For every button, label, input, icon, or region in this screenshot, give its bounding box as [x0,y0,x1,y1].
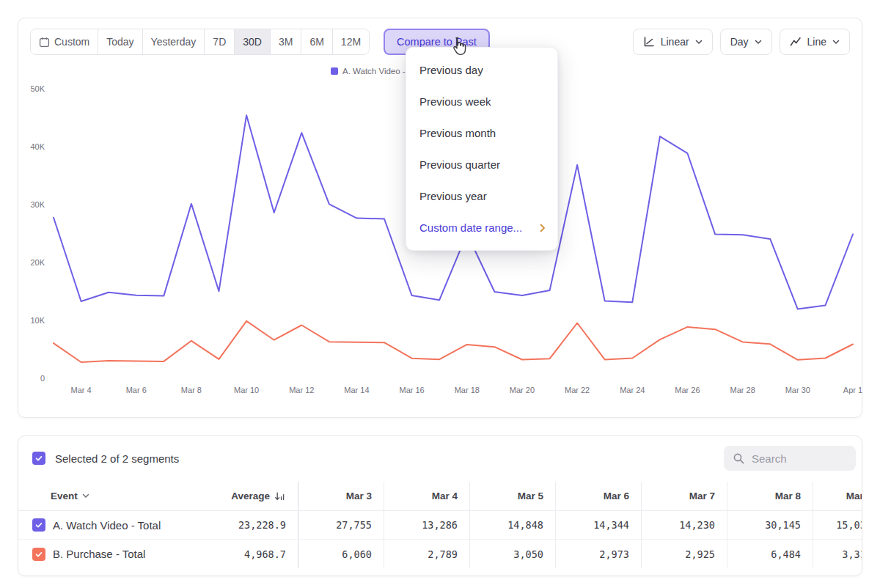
date-header-label: Mar 9 [846,490,862,501]
date-header-label: Mar 5 [518,490,543,501]
date-header-label: Mar 4 [432,490,458,501]
menu-item-previous-day[interactable]: Previous day [406,54,557,86]
average-column-header[interactable]: Average [210,482,298,510]
average-value: 4,968.7 [210,540,298,568]
cell-value: 2,925 [642,540,727,568]
interval-dropdown-label: Day [730,36,749,48]
average-value: 23,228.9 [210,511,298,539]
range-button-custom[interactable]: Custom [31,29,98,54]
menu-item-previous-week[interactable]: Previous week [406,86,557,117]
segments-header: Selected 2 of 2 segments Search [18,436,862,476]
compare-to-past-menu: Previous dayPrevious weekPrevious monthP… [406,47,558,251]
range-button-label: Today [106,36,133,48]
range-button-label: Custom [54,36,89,48]
x-axis-label: Mar 24 [620,386,645,394]
x-axis-label: Mar 16 [399,386,424,394]
linear-scale-icon [643,36,655,48]
cell-value: 6,060 [298,540,384,568]
chart-controls: Linear Day Line [633,29,850,55]
search-placeholder: Search [752,452,787,465]
average-header-label: Average [231,490,270,501]
date-column-header: Mar 4 [384,482,470,510]
segments-table: EventAverageMar 3Mar 4Mar 5Mar 6Mar 7Mar… [18,482,862,568]
menu-item-label: Custom date range... [419,221,522,234]
chevron-down-icon [832,40,840,45]
segment-checkbox[interactable] [32,548,45,561]
scale-dropdown-button[interactable]: Linear [633,29,713,55]
cell-value: 14,344 [556,511,642,539]
x-axis-label: Mar 6 [126,386,147,394]
y-axis-label: 50K [30,84,45,93]
calendar-icon [39,37,50,48]
range-button-30d[interactable]: 30D [234,29,270,54]
x-axis-label: Mar 30 [785,386,810,394]
y-axis-label: 40K [30,142,45,151]
segment-checkbox[interactable] [32,518,45,532]
y-axis-label: 0 [40,374,45,383]
cell-value: 27,755 [298,511,384,539]
cell-value: 14,848 [470,511,556,539]
date-header-label: Mar 3 [346,490,372,501]
cell-value: 6,484 [727,540,813,568]
cell-value: 3,310 [813,540,862,568]
range-button-label: Yesterday [151,36,197,48]
select-all-checkbox[interactable] [32,452,45,465]
x-axis-label: Mar 12 [289,386,314,394]
chart-series-b [54,321,853,362]
cell-value: 14,230 [642,511,727,539]
range-button-today[interactable]: Today [98,29,142,54]
analytics-dashboard: { "colors":{"accent_purple":"#6e5fe6","a… [0,0,880,588]
date-column-header: Mar 3 [298,482,384,510]
chevron-right-icon [540,224,546,232]
date-header-label: Mar 6 [604,490,629,501]
y-axis-label: 30K [30,200,45,209]
range-button-label: 30D [243,36,262,48]
x-axis-label: Mar 20 [510,386,535,394]
event-column-header[interactable]: Event [18,482,210,510]
range-button-12m[interactable]: 12M [332,29,369,54]
date-header-label: Mar 8 [775,490,801,501]
chevron-down-icon [82,493,89,499]
y-axis-label: 20K [30,258,45,267]
x-axis-label: Mar 28 [730,386,755,394]
event-header-label: Event [51,490,78,501]
menu-item-custom-date-range[interactable]: Custom date range... [406,212,557,243]
menu-item-previous-quarter[interactable]: Previous quarter [406,149,557,180]
date-header-label: Mar 7 [689,490,715,501]
segment-label: A. Watch Video - Total [53,519,161,532]
range-button-7d[interactable]: 7D [204,29,234,54]
chart-type-dropdown-button[interactable]: Line [780,29,850,55]
cell-value: 3,050 [470,540,556,568]
menu-item-previous-month[interactable]: Previous month [406,117,557,149]
x-axis-label: Mar 18 [455,386,480,394]
range-button-label: 6M [309,36,323,48]
range-button-6m[interactable]: 6M [301,29,331,54]
interval-dropdown-button[interactable]: Day [720,29,772,55]
sort-descending-icon [274,491,286,501]
range-button-label: 12M [341,36,361,48]
date-range-group: CustomTodayYesterday7D30D3M6M12M [30,29,370,55]
segments-card: Selected 2 of 2 segments Search EventAve… [18,436,862,576]
line-chart-icon [790,36,802,48]
cell-value: 30,145 [727,511,813,539]
scale-dropdown-label: Linear [661,36,689,48]
x-axis-label: Mar 4 [71,386,92,394]
x-axis-label: Mar 26 [675,386,700,394]
search-input[interactable]: Search [724,446,856,471]
check-icon [34,454,43,463]
menu-item-previous-year[interactable]: Previous year [406,180,557,212]
selected-count-label: Selected 2 of 2 segments [55,452,179,465]
range-button-label: 3M [279,36,293,48]
cell-value: 15,036 [813,511,862,539]
cell-value: 2,789 [384,540,470,568]
range-button-label: 7D [213,36,226,48]
x-axis-label: Apr 1 [843,386,862,394]
check-icon [34,521,43,529]
range-button-yesterday[interactable]: Yesterday [142,29,205,54]
table-header-row: EventAverageMar 3Mar 4Mar 5Mar 6Mar 7Mar… [18,482,862,511]
range-button-3m[interactable]: 3M [270,29,301,54]
check-icon [34,550,43,559]
x-axis-label: Mar 8 [181,386,202,394]
chart-type-dropdown-label: Line [807,36,826,48]
table-row: B. Purchase - Total4,968.76,0602,7893,05… [18,540,862,568]
